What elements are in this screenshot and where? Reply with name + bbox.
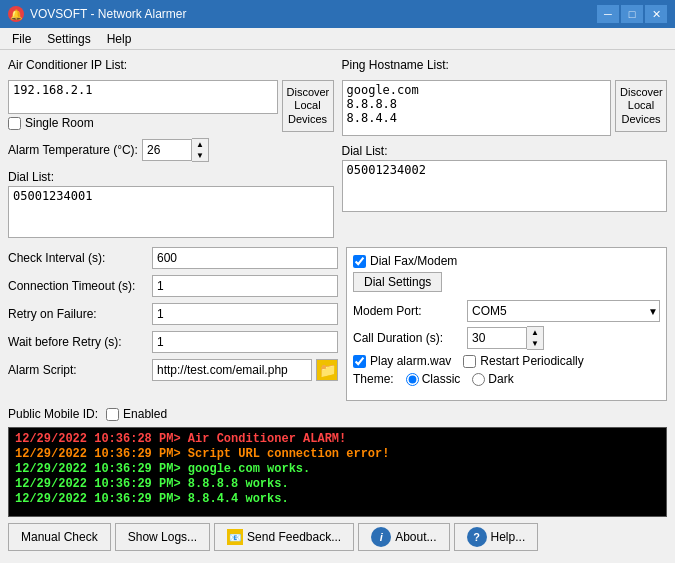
menu-bar: File Settings Help xyxy=(0,28,675,50)
ping-label: Ping Hostname List: xyxy=(342,58,449,72)
folder-browse-button[interactable]: 📁 xyxy=(316,359,338,381)
log-line-3: 12/29/2022 10:36:29 PM> google.com works… xyxy=(15,462,660,476)
app-title: VOVSOFT - Network Alarmer xyxy=(30,7,186,21)
show-logs-button[interactable]: Show Logs... xyxy=(115,523,210,551)
maximize-button[interactable]: □ xyxy=(621,5,643,23)
close-button[interactable]: ✕ xyxy=(645,5,667,23)
menu-help[interactable]: Help xyxy=(99,30,140,48)
menu-file[interactable]: File xyxy=(4,30,39,48)
right-dial-textarea[interactable]: 05001234002 xyxy=(342,160,668,212)
theme-classic-radio[interactable]: Classic xyxy=(406,372,461,386)
single-room-checkbox[interactable]: Single Room xyxy=(8,116,278,130)
ping-textarea[interactable]: google.com 8.8.8.8 8.8.4.4 xyxy=(342,80,612,136)
call-duration-up-button[interactable]: ▲ xyxy=(527,327,543,338)
check-interval-input[interactable] xyxy=(152,247,338,269)
log-line-1: 12/29/2022 10:36:28 PM> Air Conditioner … xyxy=(15,432,660,446)
alarm-script-input[interactable] xyxy=(152,359,312,381)
menu-settings[interactable]: Settings xyxy=(39,30,98,48)
feedback-icon: 📧 xyxy=(227,529,243,545)
title-bar: 🔔 VOVSOFT - Network Alarmer ─ □ ✕ xyxy=(0,0,675,28)
temp-input[interactable] xyxy=(142,139,192,161)
wait-retry-input[interactable] xyxy=(152,331,338,353)
manual-check-button[interactable]: Manual Check xyxy=(8,523,111,551)
retry-label: Retry on Failure: xyxy=(8,307,148,321)
dial-fax-modem-checkbox[interactable]: Dial Fax/Modem xyxy=(353,254,660,268)
modem-port-label: Modem Port: xyxy=(353,304,463,318)
log-line-4: 12/29/2022 10:36:29 PM> 8.8.8.8 works. xyxy=(15,477,660,491)
temp-label: Alarm Temperature (°C): xyxy=(8,143,138,157)
left-dial-textarea[interactable]: 05001234001 xyxy=(8,186,334,238)
restart-periodically-checkbox[interactable]: Restart Periodically xyxy=(463,354,583,368)
app-icon: 🔔 xyxy=(8,6,24,22)
send-feedback-button[interactable]: 📧 Send Feedback... xyxy=(214,523,354,551)
ac-discover-button[interactable]: Discover Local Devices xyxy=(282,80,334,132)
conn-timeout-label: Connection Timeout (s): xyxy=(8,279,148,293)
theme-label: Theme: xyxy=(353,372,394,386)
public-mobile-enabled-checkbox[interactable]: Enabled xyxy=(106,407,167,421)
bottom-toolbar: Manual Check Show Logs... 📧 Send Feedbac… xyxy=(8,523,667,551)
conn-timeout-input[interactable] xyxy=(152,275,338,297)
public-mobile-label: Public Mobile ID: xyxy=(8,407,98,421)
log-line-5: 12/29/2022 10:36:29 PM> 8.8.4.4 works. xyxy=(15,492,660,506)
ac-ip-textarea[interactable]: 192.168.2.1 xyxy=(8,80,278,114)
play-alarm-checkbox[interactable]: Play alarm.wav xyxy=(353,354,451,368)
help-question-icon: ? xyxy=(467,527,487,547)
check-interval-label: Check Interval (s): xyxy=(8,251,148,265)
minimize-button[interactable]: ─ xyxy=(597,5,619,23)
call-duration-input[interactable] xyxy=(467,327,527,349)
ac-ip-label: Air Conditioner IP List: xyxy=(8,58,127,72)
call-duration-down-button[interactable]: ▼ xyxy=(527,338,543,349)
call-duration-label: Call Duration (s): xyxy=(353,331,463,345)
help-button[interactable]: ? Help... xyxy=(454,523,539,551)
retry-input[interactable] xyxy=(152,303,338,325)
log-line-2: 12/29/2022 10:36:29 PM> Script URL conne… xyxy=(15,447,660,461)
about-button[interactable]: i About... xyxy=(358,523,449,551)
wait-retry-label: Wait before Retry (s): xyxy=(8,335,148,349)
alarm-script-label: Alarm Script: xyxy=(8,363,148,377)
modem-port-select[interactable]: COM1 COM2 COM3 COM4 COM5 xyxy=(467,300,660,322)
right-dial-label: Dial List: xyxy=(342,144,388,158)
log-area: 12/29/2022 10:36:28 PM> Air Conditioner … xyxy=(8,427,667,517)
temp-up-button[interactable]: ▲ xyxy=(192,139,208,150)
dial-settings-tab[interactable]: Dial Settings xyxy=(353,272,442,292)
ping-discover-button[interactable]: Discover Local Devices xyxy=(615,80,667,132)
about-info-icon: i xyxy=(371,527,391,547)
left-dial-label: Dial List: xyxy=(8,170,54,184)
theme-dark-radio[interactable]: Dark xyxy=(472,372,513,386)
temp-down-button[interactable]: ▼ xyxy=(192,150,208,161)
